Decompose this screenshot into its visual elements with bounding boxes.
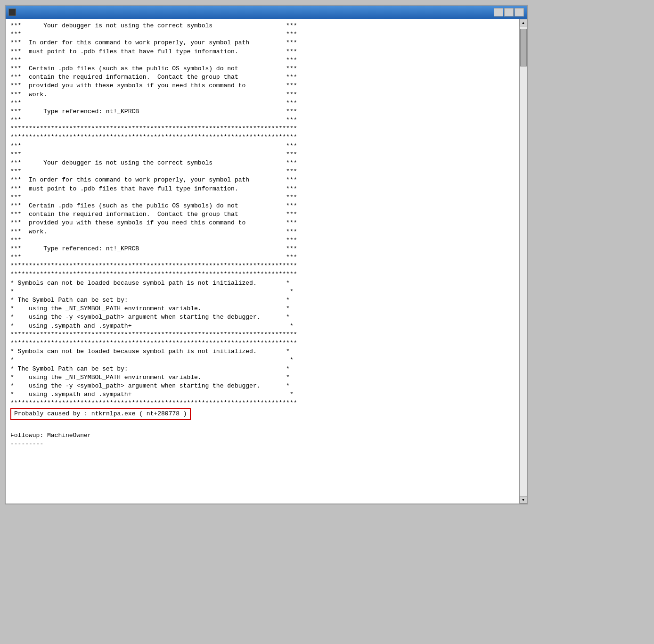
terminal-output[interactable]: *** Your debugger is not using the corre…: [6, 19, 519, 504]
scrollbar[interactable]: ▲ ▼: [519, 19, 527, 504]
title-bar-left: [8, 8, 19, 16]
highlighted-cause-line: Probably caused by : ntkrnlpa.exe ( nt+2…: [10, 408, 191, 420]
separator-line: ---------: [10, 440, 515, 448]
main-window: *** Your debugger is not using the corre…: [5, 5, 528, 504]
minimize-button[interactable]: [494, 8, 503, 17]
scroll-up-button[interactable]: ▲: [520, 19, 527, 26]
scroll-track[interactable]: [520, 26, 527, 496]
followup-text: Followup: MachineOwner: [10, 431, 515, 440]
restore-button[interactable]: [504, 8, 514, 17]
close-button[interactable]: [515, 8, 524, 17]
title-buttons[interactable]: [494, 8, 524, 17]
content-area: *** Your debugger is not using the corre…: [6, 19, 527, 504]
title-bar: [6, 6, 527, 19]
scroll-down-button[interactable]: ▼: [520, 496, 527, 504]
scroll-thumb[interactable]: [520, 29, 527, 66]
app-icon: [8, 8, 16, 16]
